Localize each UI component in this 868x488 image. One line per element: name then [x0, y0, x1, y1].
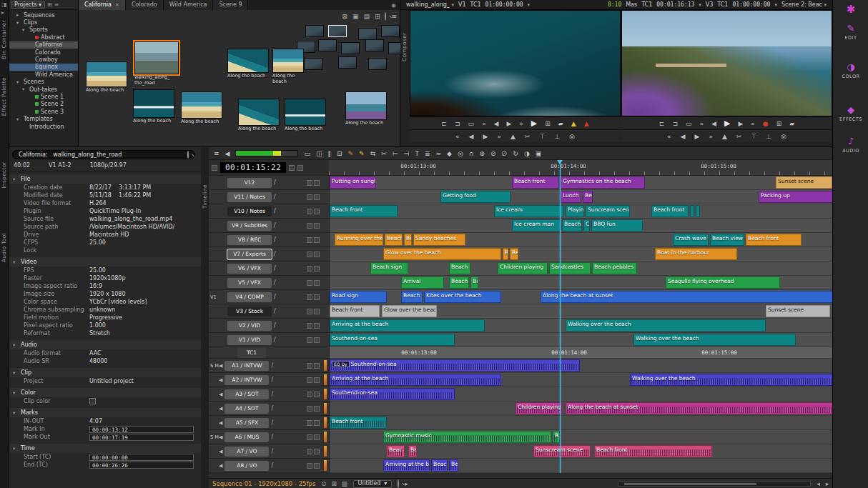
tab-bin-container[interactable]: Bin Container [1, 20, 7, 59]
timeline-clip[interactable]: Arrival [401, 277, 444, 289]
tree-item-colorado[interactable]: Colorado [9, 49, 78, 56]
field-value[interactable]: 00:00:26:26 [89, 462, 194, 469]
rewind-button[interactable]: « [455, 133, 460, 140]
record-monitor[interactable] [621, 10, 832, 116]
cut-button[interactable]: ✂ [381, 150, 387, 157]
film-frame[interactable] [388, 42, 400, 54]
track-tool-icon[interactable]: / [274, 179, 276, 186]
film-frame[interactable] [305, 25, 324, 37]
timeline-clip[interactable]: Arriving at the be [383, 459, 430, 472]
record-arm-button[interactable] [314, 266, 320, 272]
timeline-clip[interactable]: Be [404, 234, 412, 246]
timeline-clip[interactable]: B [503, 248, 508, 260]
record-arm-button[interactable] [314, 309, 320, 314]
record-arm-button[interactable] [314, 223, 320, 229]
timeline-clip[interactable]: Arriving at the beach [330, 374, 501, 386]
add-marker-button[interactable]: ▲ [511, 133, 516, 140]
film-frame[interactable] [365, 39, 384, 51]
track-tool-icon[interactable]: / [271, 377, 273, 383]
go-previous-edit-button[interactable]: « [699, 120, 704, 127]
bin-menu-button[interactable]: ≡ [391, 13, 397, 20]
track-tool-icon[interactable]: / [274, 322, 276, 329]
timeline-clip[interactable]: Be [583, 191, 593, 203]
bin-tab-colorado[interactable]: Colorado [126, 0, 164, 10]
track-name[interactable]: A3 / SOT [225, 389, 269, 399]
quad-split-button[interactable]: ⊞ [545, 120, 551, 127]
step-forward-1-button[interactable]: ▶ [694, 133, 699, 140]
field-value[interactable]: 00:00:17:19 [89, 434, 194, 441]
timeline-clip[interactable]: Running over the b [335, 234, 383, 246]
timeline-clip[interactable]: Beach pebbles [592, 262, 637, 274]
panel-toggle-icon[interactable]: ◨ [1, 1, 7, 8]
track-header-v12[interactable]: V12/ [209, 176, 329, 190]
search-icon-wrap[interactable] [187, 151, 189, 158]
track-header-v10[interactable]: V10 / Notes/ [209, 204, 329, 219]
track-name[interactable]: V1 / VID [227, 335, 272, 345]
track-panel-button[interactable]: ▥ [342, 480, 347, 487]
timeline-clip[interactable]: Sandy beaches [413, 234, 465, 246]
fast-forward-button[interactable]: » [709, 133, 713, 140]
timeline-clip[interactable]: Beach front [651, 205, 689, 217]
field-value[interactable]: 00:00:00:00 [89, 454, 194, 461]
monitor-button[interactable] [307, 194, 312, 200]
track-header-v8[interactable]: V8 / REC/ [209, 233, 329, 247]
playhead[interactable] [560, 160, 561, 473]
overwrite-button[interactable]: ▲ [584, 120, 589, 127]
track-name[interactable]: A1 / INTVW [225, 361, 269, 371]
timeline-clip[interactable]: Kites over the beach [424, 291, 501, 303]
go-next-edit-button[interactable]: » [751, 120, 755, 127]
scroll-left-button[interactable]: ◂ [817, 480, 819, 487]
timeline-clip[interactable]: EQ DySouthend-on-sea [330, 359, 580, 372]
master-tc-menu-icon[interactable]: ▾ [699, 2, 701, 8]
timeline-clip[interactable]: Beach [449, 262, 470, 274]
bin-clip[interactable]: Along the beach [345, 91, 390, 126]
track-header-a1[interactable]: S M◀A1 / INTVW/ [209, 359, 329, 373]
track-header-a3[interactable]: ◀A3 / SOT/ [209, 387, 329, 402]
record-clip-menu[interactable]: Scene 2: Beac ▾ [781, 1, 827, 8]
lift-button[interactable]: ⊤ [751, 133, 756, 140]
tree-item-cowboy[interactable]: Cowboy [9, 56, 78, 63]
timeline-clip[interactable]: Southend-on-sea [330, 388, 455, 400]
twirl-icon[interactable]: ▾ [13, 390, 18, 396]
monitor-button[interactable] [307, 252, 312, 257]
field-value[interactable]: 00:00:13:12 [89, 426, 194, 433]
bin-clip[interactable]: Along the beach [285, 99, 329, 132]
twirl-icon[interactable]: ▾ [13, 370, 18, 376]
tree-item-wild-america[interactable]: Wild America [9, 71, 78, 78]
heads-tails-view-button[interactable]: ‖ [328, 150, 332, 157]
monitor-button[interactable] [307, 363, 312, 369]
track-name[interactable]: V8 / REC [227, 235, 272, 245]
tree-item-scene-3[interactable]: Scene 3 [9, 108, 78, 115]
track-header-v4[interactable]: V1V4 / COMP/ [209, 290, 329, 304]
timeline-clip[interactable]: Be [408, 445, 417, 457]
align-tool[interactable]: ≣ [425, 150, 430, 157]
timeline-clip[interactable]: Beach front [330, 417, 387, 429]
timeline-clip[interactable]: Be [510, 248, 518, 260]
timeline-clip[interactable]: Walking over the beach [566, 319, 766, 332]
track-tool-icon[interactable]: / [271, 448, 273, 454]
close-icon[interactable]: ✕ [115, 0, 119, 10]
track-header-a8[interactable]: ◀A8 / VO/ [209, 459, 329, 473]
record-arm-button[interactable] [314, 449, 320, 454]
timeline-clip[interactable] [696, 205, 700, 217]
track-name[interactable]: A2 / INTVW [225, 375, 269, 385]
monitor-button[interactable] [307, 337, 312, 343]
inspector-search-bar[interactable]: California: walking_along_the_road [12, 150, 195, 159]
grid-view-button[interactable]: ⊞ [331, 480, 336, 487]
add-marker-button[interactable]: ▲ [722, 133, 727, 140]
monitor-button[interactable] [307, 309, 312, 314]
timeline-clip[interactable]: Glow over the beach [382, 305, 437, 317]
monitor-button[interactable] [307, 449, 312, 454]
tree-item-abstract[interactable]: Abstract [9, 34, 78, 41]
timeline-clip[interactable]: Children playing [516, 402, 562, 414]
bin-search-wrap[interactable] [385, 13, 386, 20]
record-arm-button[interactable] [314, 180, 320, 186]
bin-clip[interactable]: Along the beach [133, 89, 177, 124]
track-name[interactable]: A5 / SFX [225, 418, 269, 428]
track-panel-button[interactable] [212, 165, 217, 171]
film-frame[interactable] [328, 25, 347, 37]
track-header-v11[interactable]: V11 / Notes/ [209, 190, 329, 204]
record-button[interactable]: ● [763, 120, 769, 127]
mark-clip-button[interactable]: ▭ [468, 120, 474, 127]
section-header-clip[interactable]: ▾Clip [9, 368, 201, 377]
